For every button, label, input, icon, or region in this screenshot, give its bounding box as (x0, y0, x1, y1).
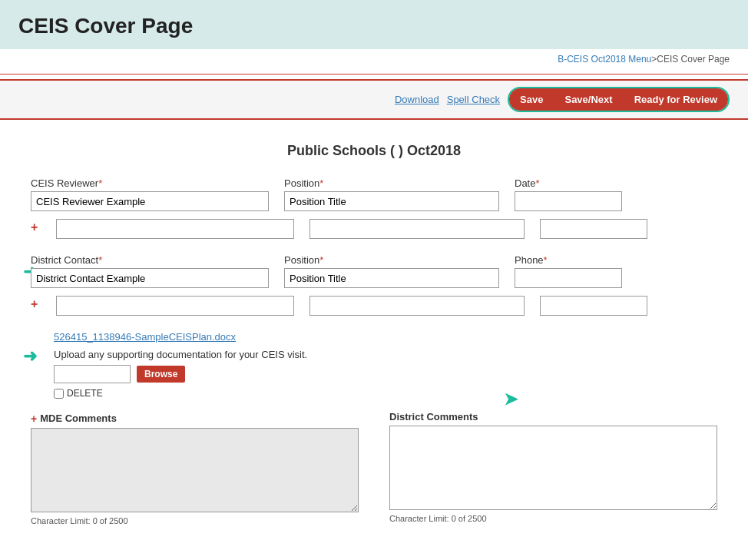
toolbar: Download Spell Check Save Save/Next Read… (0, 79, 748, 120)
date-label: Date* (515, 177, 622, 189)
upload-instruction: Upload any supporting documentation for … (54, 349, 717, 360)
district-position-label: Position* (284, 254, 499, 266)
position-group-1b (309, 219, 525, 239)
browse-row: Browse (54, 365, 717, 383)
phone-input[interactable] (515, 268, 622, 288)
date-input[interactable] (515, 191, 622, 211)
browse-button[interactable]: Browse (137, 366, 185, 383)
district-position-input-2[interactable] (309, 296, 525, 316)
save-button[interactable]: Save (509, 88, 554, 111)
add-reviewer-icon[interactable]: + (31, 220, 38, 234)
district-contact-group-2 (56, 296, 294, 316)
district-contact-input-2[interactable] (56, 296, 294, 316)
district-position-input[interactable] (284, 268, 499, 288)
date-input-2[interactable] (540, 219, 647, 239)
download-button[interactable]: Download (395, 94, 439, 105)
arrow-district-comments-indicator: ➤ (504, 389, 518, 409)
ceis-reviewer-input[interactable] (31, 191, 269, 211)
ceis-reviewer-row: CEIS Reviewer* Position* Date* (31, 177, 717, 211)
breadcrumb-link[interactable]: B-CEIS Oct2018 Menu (558, 54, 651, 65)
position-group-1: Position* (284, 177, 499, 211)
mde-comments-block: + MDE Comments Character Limit: 0 of 250… (31, 411, 359, 525)
district-comments-textarea[interactable] (389, 426, 717, 510)
ceis-reviewer-input-2[interactable] (56, 219, 294, 239)
district-contact-group: District Contact* (31, 254, 269, 288)
date-group-2 (540, 219, 647, 239)
spell-check-button[interactable]: Spell Check (447, 94, 500, 105)
file-link[interactable]: 526415_1138946-SampleCEISPlan.docx (54, 331, 717, 343)
phone-group-2 (540, 296, 647, 316)
mde-comments-label: + MDE Comments (31, 411, 359, 425)
district-position-group: Position* (284, 254, 499, 288)
ceis-reviewer-label: CEIS Reviewer* (31, 177, 269, 189)
district-contact-row-2: + (31, 296, 717, 316)
district-contact-label: District Contact* (31, 254, 269, 266)
district-comments-label: District Comments (389, 411, 717, 422)
district-char-limit: Character Limit: 0 of 2500 (389, 514, 717, 523)
ceis-reviewer-group: CEIS Reviewer* (31, 177, 269, 211)
phone-input-2[interactable] (540, 296, 647, 316)
phone-label: Phone* (515, 254, 622, 266)
phone-group: Phone* (515, 254, 622, 288)
breadcrumb-separator: > (651, 54, 657, 65)
delete-checkbox[interactable] (54, 389, 64, 399)
action-button-group: Save Save/Next Ready for Review (508, 87, 730, 112)
page-subtitle: Public Schools ( ) Oct2018 (31, 143, 717, 159)
arrow-upload-indicator: ➜ (23, 346, 37, 366)
upload-section: ➜ 526415_1138946-SampleCEISPlan.docx Upl… (31, 331, 717, 399)
district-comments-block: District Comments Character Limit: 0 of … (389, 411, 717, 525)
add-district-contact-icon[interactable]: + (31, 297, 38, 311)
position-input-1[interactable] (284, 191, 499, 211)
save-next-button[interactable]: Save/Next (554, 88, 623, 111)
breadcrumb: B-CEIS Oct2018 Menu > CEIS Cover Page (0, 49, 748, 69)
delete-label: DELETE (67, 388, 103, 399)
delete-row: DELETE (54, 388, 717, 399)
breadcrumb-current: CEIS Cover Page (657, 54, 730, 65)
ceis-reviewer-group-2 (56, 219, 294, 239)
ready-for-review-button[interactable]: Ready for Review (624, 88, 728, 111)
ceis-reviewer-row-2: + (31, 219, 717, 239)
district-position-group-2 (309, 296, 525, 316)
position-label-1: Position* (284, 177, 499, 189)
add-mde-comment-icon[interactable]: + (31, 413, 37, 425)
page-title: CEIS Cover Page (18, 14, 730, 38)
comments-section: ➤ + MDE Comments Character Limit: 0 of 2… (31, 411, 717, 525)
date-group: Date* (515, 177, 622, 211)
district-contact-input[interactable] (31, 268, 269, 288)
mde-comments-textarea[interactable] (31, 428, 359, 512)
position-input-1b[interactable] (309, 219, 525, 239)
file-input[interactable] (54, 365, 131, 383)
mde-char-limit: Character Limit: 0 of 2500 (31, 516, 359, 525)
district-contact-row: District Contact* Position* Phone* (31, 254, 717, 288)
